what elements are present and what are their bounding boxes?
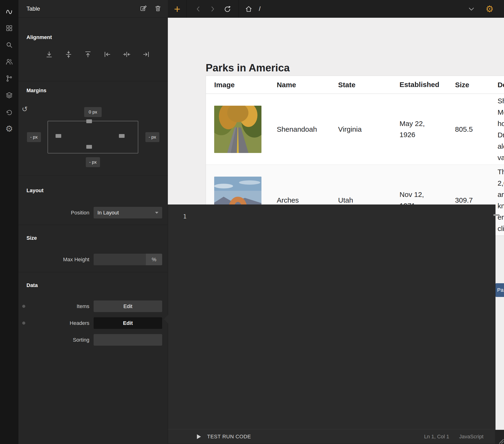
max-height-input[interactable] <box>94 254 146 265</box>
position-value: In Layout <box>97 210 119 216</box>
align-top-icon[interactable] <box>84 50 92 58</box>
margins-title: Margins <box>18 88 168 94</box>
align-right-icon[interactable] <box>142 50 150 58</box>
debug-settings-icon[interactable]: ⚙ <box>486 4 494 14</box>
cell-established: May 22, 1926 <box>391 94 447 165</box>
items-edit-button[interactable]: Edit <box>94 300 162 312</box>
section-margins: Margins ↺ 0 px - px - px - px <box>18 81 168 175</box>
line-number: 1 <box>183 213 186 220</box>
canvas-toolbar: + / <box>168 0 504 18</box>
headers-edit-button[interactable]: Edit <box>94 317 162 329</box>
delete-component-icon[interactable] <box>155 5 161 13</box>
editor-statusbar: TEST RUN CODE Ln 1, Col 1 JavaScript <box>168 429 495 444</box>
language-label: JavaScript <box>459 434 484 440</box>
left-icon-rail: ⚙ <box>0 0 18 444</box>
inspector-panel: Table <box>18 0 168 444</box>
margin-top-value[interactable]: 0 px <box>84 107 102 117</box>
column-header: Description <box>489 76 504 94</box>
popover-caret <box>164 315 168 324</box>
section-data: Data Items Edit Headers Edit Sorting <box>18 272 168 346</box>
cell-name: Shenandoah <box>269 94 330 165</box>
code-input[interactable] <box>190 213 489 426</box>
headers-binding-dot <box>22 322 25 325</box>
headers-label: Headers <box>18 320 94 326</box>
sorting-label: Sorting <box>18 337 94 343</box>
section-layout: Layout Position In Layout <box>18 175 168 225</box>
align-bottom-icon[interactable] <box>45 50 53 58</box>
alignment-title: Alignment <box>18 34 168 40</box>
sorting-row: Sorting <box>18 334 168 346</box>
cell-state: Virginia <box>330 94 391 165</box>
users-icon[interactable] <box>0 53 18 70</box>
component-title: Table <box>26 5 140 12</box>
window-resize-grip[interactable] <box>495 430 504 444</box>
position-label: Position <box>18 210 94 216</box>
deployments-icon[interactable] <box>0 104 18 120</box>
table-row[interactable]: Shenandoah Virginia May 22, 1926 805.5 S… <box>206 94 504 165</box>
cursor-position: Ln 1, Col 1 <box>424 434 449 440</box>
data-title: Data <box>18 282 168 288</box>
add-component-button[interactable]: + <box>168 0 187 18</box>
resources-icon[interactable] <box>0 87 18 104</box>
version-control-icon[interactable] <box>0 70 18 87</box>
max-height-label: Max Height <box>18 257 94 263</box>
items-row: Items Edit <box>18 300 168 312</box>
chevron-down-icon <box>155 212 158 214</box>
page-title: Parks in America <box>206 62 289 74</box>
forward-icon[interactable] <box>209 6 216 12</box>
margins-diagram <box>48 121 138 153</box>
app-window: ⚙ Table <box>0 0 504 444</box>
size-title: Size <box>18 235 168 241</box>
search-icon[interactable] <box>0 37 18 53</box>
state-tab[interactable]: Pa <box>495 283 504 297</box>
back-icon[interactable] <box>195 6 201 12</box>
components-icon[interactable] <box>0 20 18 37</box>
test-run-code-button[interactable]: TEST RUN CODE <box>207 434 251 440</box>
column-header: State <box>330 76 391 94</box>
margin-right-value[interactable]: - px <box>145 132 159 142</box>
layout-title: Layout <box>18 187 168 194</box>
cell-description: Shenandoah's Blue Ridge Mountains are ho… <box>489 94 504 165</box>
align-vertical-center-icon[interactable] <box>65 50 72 58</box>
margin-bottom-value[interactable]: - px <box>86 157 100 167</box>
margin-left-handle[interactable] <box>55 134 61 138</box>
page-menu-chevron-icon[interactable] <box>468 6 475 12</box>
code-editor-popover: 1 TEST RUN CODE Ln 1, Col 1 JavaScript <box>168 204 495 444</box>
align-horizontal-center-icon[interactable] <box>123 50 131 58</box>
margin-left-value[interactable]: - px <box>27 132 41 142</box>
position-select[interactable]: In Layout <box>94 207 162 219</box>
line-number-gutter: 1 <box>168 213 186 220</box>
settings-icon[interactable]: ⚙ <box>0 120 18 137</box>
park-image-shenandoah <box>214 106 261 153</box>
section-alignment: Alignment <box>18 18 168 81</box>
align-left-icon[interactable] <box>103 50 111 58</box>
editor-resize-handle[interactable] <box>493 214 500 216</box>
section-size: Size Max Height % <box>18 225 168 272</box>
page-path: / <box>259 5 261 13</box>
headers-row: Headers Edit <box>18 317 168 329</box>
margin-right-handle[interactable] <box>119 134 125 138</box>
cell-size: 805.5 <box>447 94 489 165</box>
rename-component-icon[interactable] <box>140 5 146 13</box>
column-header: Size <box>447 76 489 94</box>
app-logo-icon[interactable] <box>0 3 18 20</box>
items-binding-dot <box>22 305 25 308</box>
inspector-header: Table <box>18 0 168 18</box>
margin-top-handle[interactable] <box>86 119 92 123</box>
column-header: Image <box>206 76 269 94</box>
sorting-select[interactable] <box>94 334 162 346</box>
run-icon[interactable] <box>197 434 201 439</box>
column-header: Established <box>391 76 447 94</box>
margin-bottom-handle[interactable] <box>86 145 92 149</box>
column-header: Name <box>269 76 330 94</box>
home-icon[interactable] <box>245 5 252 13</box>
table-header-row: Image Name State Established Size Descri… <box>206 76 504 94</box>
reload-icon[interactable] <box>224 5 231 13</box>
max-height-unit: % <box>146 254 162 265</box>
reset-margins-icon[interactable]: ↺ <box>22 105 28 113</box>
items-label: Items <box>18 303 94 310</box>
